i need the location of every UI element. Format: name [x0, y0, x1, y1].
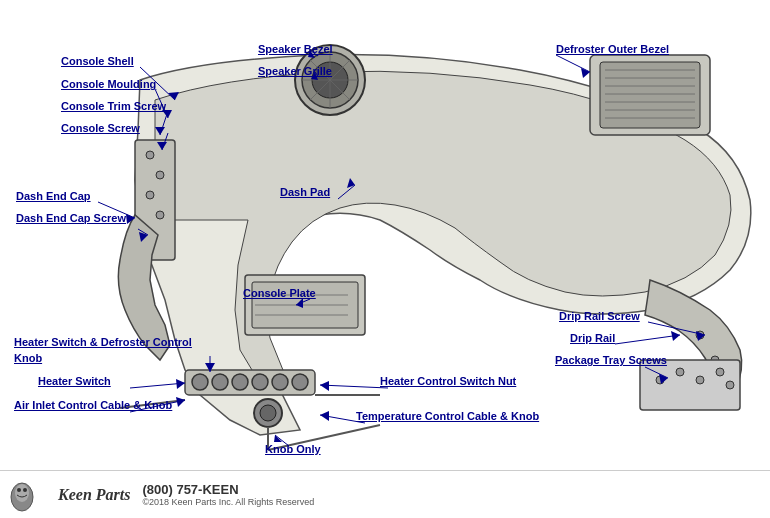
label-drip-rail[interactable]: Drip Rail [570, 332, 615, 344]
svg-point-19 [156, 171, 164, 179]
label-knob[interactable]: Knob [14, 352, 42, 364]
svg-point-91 [15, 484, 29, 502]
svg-point-21 [156, 211, 164, 219]
label-dash-pad[interactable]: Dash Pad [280, 186, 330, 198]
svg-point-31 [232, 374, 248, 390]
label-heater-switch[interactable]: Heater Switch [38, 375, 111, 387]
label-dash-end-cap-screw[interactable]: Dash End Cap Screw [16, 212, 126, 224]
logo-text: Keen Parts [58, 486, 130, 504]
label-console-trim-screw[interactable]: Console Trim Screw [61, 100, 166, 112]
label-console-shell[interactable]: Console Shell [61, 55, 134, 67]
footer: Keen Parts (800) 757-KEEN ©2018 Keen Par… [0, 470, 770, 518]
svg-point-32 [252, 374, 268, 390]
label-console-plate[interactable]: Console Plate [243, 287, 316, 299]
label-package-tray-screws[interactable]: Package Tray Screws [555, 354, 667, 366]
footer-copyright: ©2018 Keen Parts Inc. All Rights Reserve… [142, 497, 314, 507]
svg-point-20 [146, 191, 154, 199]
svg-point-18 [146, 151, 154, 159]
label-dash-end-cap[interactable]: Dash End Cap [16, 190, 91, 202]
label-heater-control-switch-nut[interactable]: Heater Control Switch Nut [380, 375, 516, 387]
label-defroster-outer-bezel[interactable]: Defroster Outer Bezel [556, 43, 669, 55]
svg-point-30 [212, 374, 228, 390]
svg-point-48 [716, 368, 724, 376]
svg-rect-44 [640, 360, 740, 410]
footer-phone: (800) 757-KEEN [142, 482, 314, 497]
svg-point-34 [292, 374, 308, 390]
svg-point-47 [696, 376, 704, 384]
svg-point-36 [260, 405, 276, 421]
label-speaker-grille[interactable]: Speaker Grille [258, 65, 332, 77]
label-temp-control-cable[interactable]: Temperature Control Cable & Knob [356, 410, 539, 422]
svg-point-46 [676, 368, 684, 376]
label-knob-only[interactable]: Knob Only [265, 443, 321, 455]
label-console-moulding[interactable]: Console Moulding [61, 78, 156, 90]
label-heater-switch-defroster[interactable]: Heater Switch & Defroster Control [14, 336, 192, 348]
label-console-screw[interactable]: Console Screw [61, 122, 140, 134]
svg-point-93 [23, 488, 27, 492]
svg-point-92 [17, 488, 21, 492]
keen-parts-logo [8, 475, 58, 515]
svg-point-49 [726, 381, 734, 389]
label-air-inlet-cable[interactable]: Air Inlet Control Cable & Knob [14, 399, 172, 411]
diagram-container: Console Shell Console Moulding Console T… [0, 0, 770, 518]
svg-point-29 [192, 374, 208, 390]
svg-point-33 [272, 374, 288, 390]
label-drip-rail-screw[interactable]: Drip Rail Screw [559, 310, 640, 322]
label-speaker-bezel[interactable]: Speaker Bezel [258, 43, 333, 55]
